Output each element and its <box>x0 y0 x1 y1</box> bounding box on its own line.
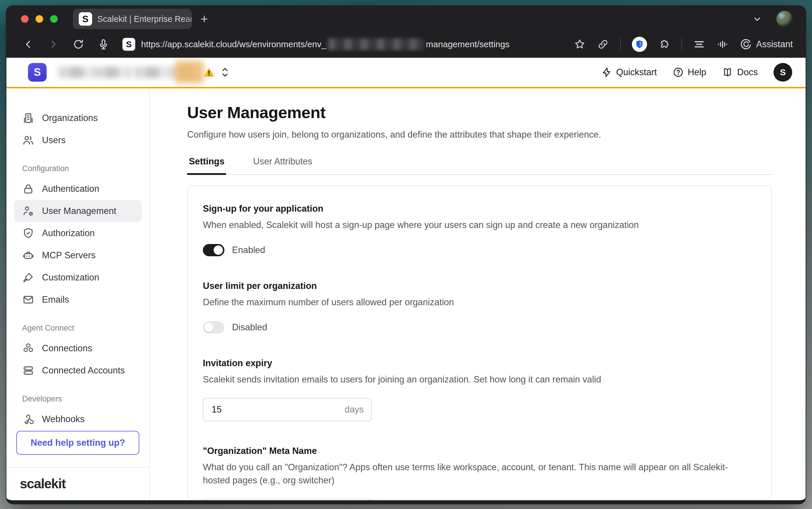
bitwarden-extension-icon[interactable] <box>632 37 647 52</box>
section-description: When enabled, Scalekit will host a sign-… <box>203 218 751 232</box>
settings-card: Sign-up for your application When enable… <box>187 185 772 500</box>
redacted-text-block <box>58 66 132 78</box>
webhook-icon <box>22 413 34 425</box>
desktop-background: S Scalekit | Enterprise Ready A + S http… <box>0 0 812 509</box>
url-suffix: management/settings <box>426 39 509 49</box>
sidebar-item-connected-accounts[interactable]: Connected Accounts <box>14 360 142 382</box>
environment-warning-icon <box>203 66 215 78</box>
window-controls <box>6 15 58 23</box>
tab-settings[interactable]: Settings <box>187 156 226 174</box>
building-icon <box>22 112 34 124</box>
browser-toolbar: S https://app.scalekit.cloud/ws/environm… <box>6 33 806 58</box>
org-meta-name-input[interactable] <box>203 499 372 500</box>
section-description: Define the maximum number of users allow… <box>203 296 751 309</box>
sidebar-item-user-management[interactable]: User Management <box>14 200 142 222</box>
users-icon <box>22 134 34 146</box>
sidebar-group-developers: Developers <box>14 395 142 404</box>
browser-profile-avatar[interactable] <box>776 11 793 27</box>
sidebar: Organizations Users Configuration Authen… <box>6 88 150 500</box>
main-content: User Management Configure how users join… <box>150 88 806 500</box>
toolbar-divider <box>620 38 621 51</box>
assistant-button[interactable]: Assistant <box>740 38 793 50</box>
section-title: Invitation expiry <box>203 358 756 369</box>
assistant-icon <box>740 38 752 50</box>
sidebar-group-agent-connect: Agent Connect <box>14 324 142 333</box>
microphone-icon[interactable] <box>97 38 110 50</box>
server-stack-icon <box>22 364 34 377</box>
tab-title: Scalekit | Enterprise Ready A <box>97 14 192 24</box>
address-bar[interactable]: https://app.scalekit.cloud/ws/environmen… <box>141 38 565 50</box>
sidebar-item-mcp-servers[interactable]: MCP Servers <box>14 244 142 267</box>
paintbrush-icon <box>22 271 34 284</box>
reading-list-icon[interactable] <box>693 38 705 50</box>
sidebar-item-authorization[interactable]: Authorization <box>14 222 142 244</box>
copy-link-icon[interactable] <box>597 38 609 50</box>
back-icon[interactable] <box>22 38 34 50</box>
invitation-expiry-input[interactable] <box>203 398 372 421</box>
voice-bars-icon[interactable] <box>716 38 729 50</box>
tab-user-attributes[interactable]: User Attributes <box>251 156 314 174</box>
shield-check-icon <box>22 227 34 239</box>
page-title: User Management <box>187 103 806 122</box>
sidebar-item-customization[interactable]: Customization <box>14 267 142 289</box>
environment-switcher-icon[interactable] <box>220 66 230 79</box>
site-favicon: S <box>122 38 135 51</box>
lock-icon <box>22 183 34 195</box>
sidebar-group-configuration: Configuration <box>14 164 142 173</box>
section-org-meta-name: "Organization" Meta Name What do you cal… <box>203 446 756 500</box>
user-gear-icon <box>22 205 34 217</box>
sidebar-item-connections[interactable]: Connections <box>14 337 142 360</box>
user-limit-toggle[interactable] <box>203 321 224 334</box>
forward-icon[interactable] <box>47 38 60 50</box>
environment-name-redacted[interactable] <box>58 63 195 81</box>
sidebar-item-users[interactable]: Users <box>14 129 142 151</box>
url-redacted-segment <box>328 38 424 50</box>
scalekit-wordmark: scalekit <box>20 476 136 491</box>
signup-toggle[interactable] <box>203 244 224 256</box>
close-window-button[interactable] <box>21 15 29 23</box>
url-prefix: https://app.scalekit.cloud/ws/environmen… <box>141 39 326 49</box>
section-user-limit: User limit per organization Define the m… <box>203 281 756 334</box>
tab-list-chevron-icon[interactable] <box>751 13 763 25</box>
zoom-window-button[interactable] <box>50 15 58 23</box>
section-title: User limit per organization <box>203 281 756 291</box>
help-button[interactable]: Help <box>673 67 706 78</box>
page-subtitle: Configure how users join, belong to orga… <box>187 129 806 140</box>
app-viewport: S Quickstart Help <box>6 58 806 504</box>
book-icon <box>722 67 733 78</box>
sidebar-footer: scalekit <box>6 467 149 500</box>
extensions-puzzle-icon[interactable] <box>658 38 670 50</box>
settings-tabs: Settings User Attributes <box>187 156 772 175</box>
reload-icon[interactable] <box>72 38 84 50</box>
user-avatar[interactable]: S <box>774 63 792 81</box>
browser-tab[interactable]: S Scalekit | Enterprise Ready A <box>73 9 192 29</box>
envelope-icon <box>22 294 34 306</box>
app-header: S Quickstart Help <box>6 58 806 87</box>
section-signup: Sign-up for your application When enable… <box>203 203 756 256</box>
need-help-button[interactable]: Need help setting up? <box>16 431 139 455</box>
toggle-knob <box>204 323 214 332</box>
user-limit-toggle-label: Disabled <box>232 322 267 333</box>
robot-icon <box>22 249 34 262</box>
sidebar-item-emails[interactable]: Emails <box>14 289 142 311</box>
new-tab-button[interactable]: + <box>201 12 208 25</box>
bookmark-star-icon[interactable] <box>574 38 586 50</box>
sidebar-item-organizations[interactable]: Organizations <box>14 107 142 129</box>
section-title: "Organization" Meta Name <box>203 446 756 456</box>
browser-tab-strip: S Scalekit | Enterprise Ready A + <box>6 5 806 33</box>
toolbar-divider <box>681 38 682 51</box>
question-circle-icon <box>673 67 684 78</box>
quickstart-button[interactable]: Quickstart <box>601 67 657 78</box>
docs-button[interactable]: Docs <box>722 67 758 78</box>
lightning-icon <box>601 67 612 78</box>
section-invitation-expiry: Invitation expiry Scalekit sends invitat… <box>203 358 756 421</box>
sidebar-item-webhooks[interactable]: Webhooks <box>14 408 142 430</box>
section-title: Sign-up for your application <box>203 203 756 214</box>
section-description: What do you call an "Organization"? Apps… <box>203 461 751 487</box>
sidebar-item-authentication[interactable]: Authentication <box>14 178 142 200</box>
scalekit-logo-badge: S <box>28 63 47 81</box>
section-description: Scalekit sends invitation emails to user… <box>203 373 751 386</box>
tab-favicon: S <box>79 12 92 26</box>
minimize-window-button[interactable] <box>36 15 43 23</box>
toggle-knob <box>214 245 223 255</box>
